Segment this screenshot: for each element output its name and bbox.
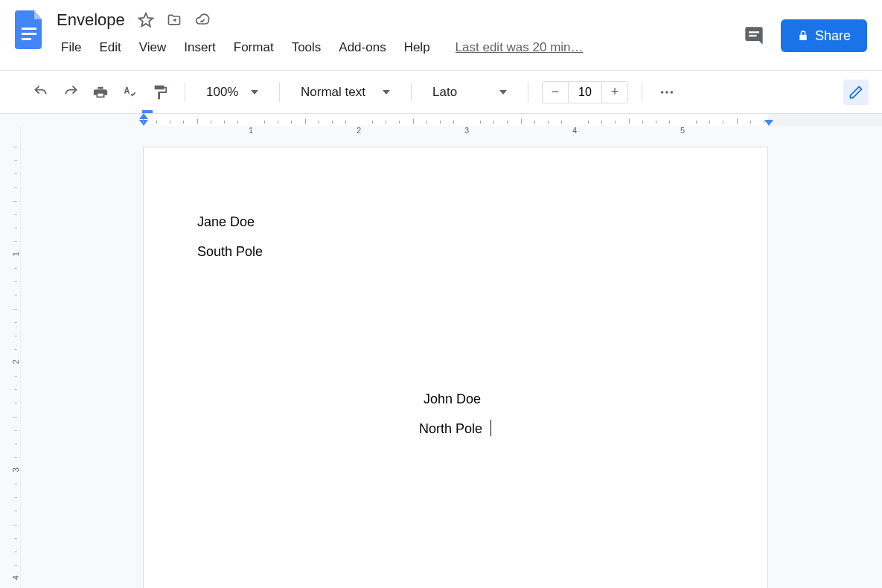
menu-insert[interactable]: Insert — [176, 37, 223, 58]
share-button-label: Share — [815, 28, 851, 44]
header-right: Share — [741, 19, 867, 52]
svg-point-7 — [671, 91, 674, 94]
lock-icon — [797, 29, 809, 42]
menu-bar: File Edit View Insert Format Tools Add-o… — [52, 34, 741, 61]
menu-help[interactable]: Help — [397, 37, 438, 58]
zoom-value: 100% — [206, 85, 238, 100]
font-family-value: Lato — [432, 85, 457, 100]
last-edit-link[interactable]: Last edit was 20 min… — [456, 40, 584, 55]
document-canvas[interactable]: Jane Doe South Pole John Doe North Pole — [21, 126, 882, 588]
text-cursor — [490, 420, 491, 436]
zoom-select[interactable]: 100% — [199, 82, 266, 103]
svg-point-6 — [665, 91, 668, 94]
sender-address-text[interactable]: South Pole — [197, 244, 263, 260]
more-tools-button[interactable] — [656, 81, 678, 103]
toolbar-separator — [279, 83, 280, 102]
sender-name-text[interactable]: Jane Doe — [197, 214, 255, 230]
comments-icon[interactable] — [741, 22, 767, 49]
move-to-folder-icon[interactable] — [165, 11, 183, 29]
font-family-select[interactable]: Lato — [425, 82, 514, 103]
svg-rect-0 — [22, 28, 36, 30]
menu-file[interactable]: File — [54, 37, 89, 58]
paint-format-button[interactable] — [149, 81, 171, 103]
svg-rect-3 — [749, 31, 759, 33]
workspace: 1234 Jane Doe South Pole John Doe North … — [0, 126, 882, 588]
menu-view[interactable]: View — [132, 37, 174, 58]
title-icons — [137, 11, 211, 29]
dropdown-icon — [251, 90, 258, 95]
title-area: Envelope File Edit View Insert Format To… — [52, 6, 741, 61]
title-row: Envelope — [52, 6, 741, 34]
menu-tools[interactable]: Tools — [284, 37, 329, 58]
toolbar: 100% Normal text Lato − + — [0, 71, 882, 114]
menu-addons[interactable]: Add-ons — [331, 37, 393, 58]
paragraph-style-value: Normal text — [301, 85, 365, 100]
spellcheck-button[interactable] — [119, 81, 141, 103]
toolbar-separator — [642, 83, 642, 102]
menu-format[interactable]: Format — [226, 37, 281, 58]
editing-mode-button[interactable] — [843, 80, 869, 105]
font-size-increase-button[interactable]: + — [602, 84, 627, 100]
svg-point-5 — [661, 91, 664, 94]
pencil-icon — [849, 85, 863, 100]
svg-rect-4 — [749, 35, 757, 36]
print-button[interactable] — [89, 81, 112, 103]
redo-button[interactable] — [60, 81, 82, 103]
svg-rect-2 — [22, 38, 31, 40]
vertical-ruler[interactable]: 1234 — [0, 126, 21, 588]
recipient-name-text[interactable]: John Doe — [424, 392, 481, 407]
dropdown-icon — [383, 90, 390, 95]
document-page[interactable]: Jane Doe South Pole John Doe North Pole — [143, 147, 768, 588]
dropdown-icon — [499, 90, 507, 95]
font-size-decrease-button[interactable]: − — [543, 84, 568, 100]
toolbar-separator — [185, 83, 185, 102]
font-size-input[interactable] — [568, 82, 602, 103]
app-header: Envelope File Edit View Insert Format To… — [0, 0, 882, 71]
toolbar-separator — [411, 83, 412, 102]
menu-edit[interactable]: Edit — [92, 37, 128, 58]
horizontal-ruler[interactable]: 12345 — [0, 114, 882, 126]
recipient-address-text[interactable]: North Pole — [419, 421, 482, 437]
toolbar-separator — [528, 83, 528, 102]
star-icon[interactable] — [137, 11, 155, 29]
undo-button[interactable] — [30, 81, 52, 103]
document-title-input[interactable]: Envelope — [52, 9, 130, 31]
docs-logo[interactable] — [15, 10, 45, 49]
svg-rect-1 — [22, 33, 36, 35]
font-size-stepper: − + — [542, 81, 628, 103]
share-button[interactable]: Share — [781, 19, 867, 52]
cloud-saved-icon[interactable] — [194, 11, 211, 29]
paragraph-style-select[interactable]: Normal text — [293, 82, 397, 103]
